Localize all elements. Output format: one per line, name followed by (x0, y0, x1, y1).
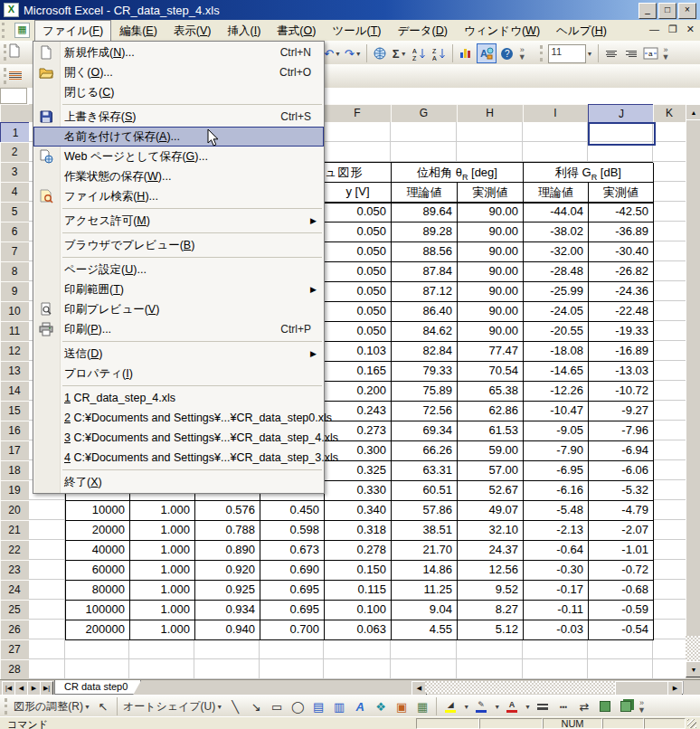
toolbar-grip2[interactable] (4, 68, 6, 84)
row-header-5[interactable]: 5 (0, 202, 30, 222)
row-header-19[interactable]: 19 (0, 480, 30, 501)
file-menu-item[interactable]: 終了(X) (33, 472, 324, 492)
row-header-16[interactable]: 16 (0, 421, 30, 441)
redo-button[interactable]: ↷▼ (344, 44, 363, 62)
row-header-7[interactable]: 7 (0, 241, 30, 262)
row-header-11[interactable]: 11 (0, 321, 30, 342)
menubar-grip[interactable] (2, 23, 9, 38)
row-header-8[interactable]: 8 (0, 261, 30, 282)
column-header-I[interactable]: I (523, 104, 589, 123)
column-header-J[interactable]: J (588, 104, 655, 124)
workbook-close-button[interactable]: ✕ (686, 24, 695, 35)
text-box-button[interactable]: ▤ (309, 697, 327, 715)
tab-first-button[interactable]: |◀ (2, 681, 15, 696)
toolbar-grip[interactable] (4, 44, 6, 61)
hscroll-thumb[interactable] (615, 681, 669, 696)
file-menu-item[interactable]: プロパティ(I) (33, 364, 324, 383)
arrow-style-button[interactable]: ⇄ (575, 697, 593, 715)
row-header-3[interactable]: 3 (0, 162, 30, 183)
drawing-toggle-button[interactable]: A (477, 43, 497, 63)
arrow-button[interactable]: ↘ (247, 697, 265, 715)
menu-file[interactable]: ファイル(F) (34, 20, 111, 41)
row-header-25[interactable]: 25 (0, 600, 30, 620)
menu-item[interactable]: 表示(V) (166, 20, 220, 41)
close-button[interactable]: × (678, 3, 696, 19)
line-button[interactable]: ╲ (226, 697, 244, 715)
scroll-up-button[interactable]: ▲ (686, 104, 700, 120)
row-header-6[interactable]: 6 (0, 222, 30, 242)
shadow-style-button[interactable] (596, 697, 614, 715)
clipart-button[interactable]: ▣ (393, 697, 411, 715)
sheet-tab[interactable]: CR data step0 (54, 680, 141, 695)
vertical-scroll-track[interactable] (686, 636, 700, 661)
row-header-23[interactable]: 23 (0, 560, 30, 581)
column-header-G[interactable]: G (391, 104, 458, 123)
file-menu-item[interactable]: 送信(D)▶ (33, 344, 324, 364)
file-menu-item[interactable]: 3 C:¥Documents and Settings¥...¥CR_data_… (33, 428, 324, 448)
file-menu-item[interactable]: 1 CR_data_step_4.xls (33, 388, 324, 408)
row-header-10[interactable]: 10 (0, 301, 30, 322)
menu-item[interactable]: ウィンドウ(W) (456, 20, 548, 41)
help-button[interactable]: ? (498, 44, 516, 62)
file-menu-item[interactable]: 印刷範囲(T)▶ (33, 279, 324, 299)
formatting-toolbar-grip[interactable] (540, 45, 543, 62)
font-color-dropdown[interactable]: ▼ (525, 704, 531, 710)
autoshapes-button[interactable]: オートシェイプ(U)▼ (122, 697, 223, 715)
tab-split-handle[interactable] (682, 681, 700, 694)
row-header-24[interactable]: 24 (0, 580, 30, 601)
row-header-28[interactable]: 28 (0, 659, 30, 680)
file-menu-item[interactable]: 閉じる(C) (33, 82, 324, 102)
column-header-K[interactable]: K (653, 104, 686, 123)
drawing-toolbar-options[interactable]: »▼ (638, 699, 646, 714)
fill-color-dropdown[interactable]: ▼ (463, 704, 469, 710)
minimize-button[interactable]: _ (639, 3, 657, 19)
vertical-scroll-thumb[interactable] (686, 119, 700, 637)
row-header-22[interactable]: 22 (0, 540, 30, 561)
row-header-27[interactable]: 27 (0, 639, 30, 660)
maximize-button[interactable]: □ (658, 3, 676, 19)
tab-next-button[interactable]: ▶ (27, 681, 41, 696)
file-menu-item[interactable]: 印刷(P)...Ctrl+P (33, 319, 324, 339)
standard-toolbar-options[interactable]: »▼ (518, 46, 526, 61)
dash-style-button[interactable]: ┅ (554, 697, 572, 715)
rectangle-button[interactable]: ▭ (268, 697, 286, 715)
file-menu-item[interactable]: 印刷プレビュー(V) (33, 299, 324, 319)
menu-item[interactable]: 書式(O) (269, 20, 324, 41)
row-header-14[interactable]: 14 (0, 381, 30, 402)
row-header-13[interactable]: 13 (0, 361, 30, 382)
chart-wizard-button[interactable] (457, 44, 475, 62)
vertical-scrollbar[interactable]: ▲ ▼ (686, 104, 700, 679)
workbook-restore-button[interactable]: ❐ (668, 24, 677, 35)
tab-prev-button[interactable]: ◀ (14, 681, 28, 696)
menu-item[interactable]: 編集(E) (111, 20, 166, 41)
name-box[interactable] (0, 88, 27, 104)
align-center-button[interactable] (602, 44, 620, 62)
merge-center-button[interactable]: a (642, 44, 660, 62)
adjust-shapes-button[interactable]: 図形の調整(R)▼ (13, 697, 91, 715)
select-objects-button[interactable]: ↖ (94, 697, 112, 715)
select-all-corner[interactable] (0, 104, 30, 123)
file-menu-item[interactable]: ページ設定(U)... (33, 260, 324, 279)
formatting-toolbar-options[interactable]: »▼ (662, 46, 670, 61)
row-header-20[interactable]: 20 (0, 500, 30, 521)
file-menu-item[interactable]: アクセス許可(M)▶ (33, 211, 324, 231)
column-header-F[interactable]: F (324, 104, 392, 123)
menu-item[interactable]: データ(D) (390, 20, 456, 41)
line-color-dropdown[interactable]: ▼ (494, 704, 500, 710)
selected-cell-J1[interactable] (588, 122, 656, 146)
row-header-15[interactable]: 15 (0, 401, 30, 421)
resize-grip[interactable] (687, 719, 696, 728)
fill-color-button[interactable]: ◢ (441, 697, 459, 715)
row-header-21[interactable]: 21 (0, 520, 30, 541)
row-header-4[interactable]: 4 (0, 182, 30, 203)
align-right-button[interactable] (622, 44, 640, 62)
file-menu-item[interactable]: 作業状態の保存(W)... (33, 166, 324, 186)
hyperlink-globe-icon[interactable] (371, 44, 389, 62)
row-header-18[interactable]: 18 (0, 460, 30, 481)
scroll-down-button[interactable]: ▼ (686, 661, 700, 677)
file-menu-item[interactable]: ファイル検索(H)... (33, 186, 324, 206)
menu-item[interactable]: ツール(T) (324, 20, 389, 41)
file-menu-item[interactable]: ブラウザでプレビュー(B) (33, 235, 324, 255)
oval-button[interactable]: ◯ (289, 697, 307, 715)
file-menu-item[interactable]: Web ページとして保存(G)... (33, 147, 324, 166)
